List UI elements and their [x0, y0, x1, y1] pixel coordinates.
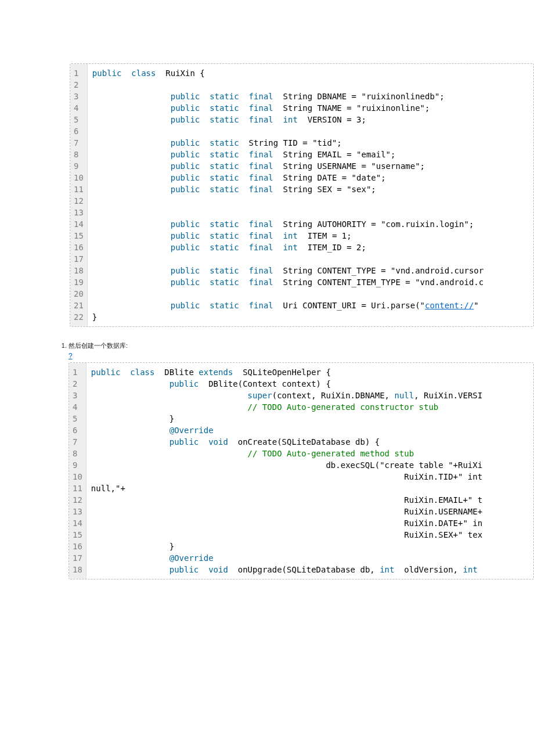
code-line: RuiXin.USERNAME+: [91, 506, 533, 517]
line-number: 16: [70, 541, 85, 552]
code-line: public static final String CONTENT_ITEM_…: [92, 276, 533, 288]
code-line: public static String TID = "tid";: [92, 137, 533, 149]
code-line: public void onCreate(SQLiteDatabase db) …: [91, 436, 533, 448]
line-number: 15: [70, 529, 85, 541]
line-number: 18: [70, 564, 85, 575]
line-number: 11: [71, 183, 86, 195]
line-number: 3: [71, 91, 86, 102]
line-number: 2: [70, 378, 85, 390]
line-number: 11: [70, 483, 85, 494]
code-line: public class RuiXin {: [92, 67, 533, 79]
list-item: 然后创建一个数据库: ? 123456789101112131415161718…: [68, 341, 534, 579]
line-number: 7: [70, 436, 85, 448]
code-line: RuiXin.DATE+" in: [91, 517, 533, 529]
line-number: 19: [71, 276, 86, 288]
code-line: [92, 253, 533, 265]
code-line: super(context, RuiXin.DBNAME, null, RuiX…: [91, 390, 533, 401]
code-line: RuiXin.EMAIL+" t: [91, 494, 533, 506]
line-number: 17: [71, 253, 86, 265]
code-line: public static final String DBNAME = "rui…: [92, 91, 533, 102]
code-line: [92, 207, 533, 218]
line-number: 4: [71, 102, 86, 114]
code-line: @Override: [91, 552, 533, 564]
line-number: 2: [71, 79, 86, 91]
code-line: [92, 125, 533, 137]
code-line: // TODO Auto-generated method stub: [91, 448, 533, 459]
code-line: public static final Uri CONTENT_URI = Ur…: [92, 300, 533, 311]
line-number: 1: [70, 366, 85, 378]
line-number: 4: [70, 401, 85, 413]
line-number: 13: [70, 506, 85, 517]
line-number: 12: [71, 195, 86, 207]
list-item-label: 然后创建一个数据库:: [68, 342, 128, 349]
code-line: [92, 79, 533, 91]
code-line: public class DBlite extends SQLiteOpenHe…: [91, 366, 533, 378]
line-number: 9: [70, 459, 85, 471]
code-line: public static final String TNAME = "ruix…: [92, 102, 533, 114]
code-line: public static final String SEX = "sex";: [92, 183, 533, 195]
line-number: 7: [71, 137, 86, 149]
code-line: public static final String USERNAME = "u…: [92, 160, 533, 172]
code-block-1: 12345678910111213141516171819202122 publ…: [70, 63, 534, 327]
code-line: db.execSQL("create table "+RuiXi: [91, 459, 533, 471]
line-number: 3: [70, 390, 85, 401]
line-gutter: 123456789101112131415161718: [69, 363, 86, 579]
code-line: public static final int ITEM_ID = 2;: [92, 242, 533, 253]
line-number: 21: [71, 300, 86, 311]
line-number: 5: [70, 413, 85, 424]
code-line: [92, 195, 533, 207]
line-number: 5: [71, 114, 86, 125]
code-line: public static final String AUTOHORITY = …: [92, 218, 533, 230]
code-body: public class DBlite extends SQLiteOpenHe…: [86, 363, 533, 579]
numbered-list: 然后创建一个数据库: ? 123456789101112131415161718…: [70, 341, 534, 579]
code-line: public static final String EMAIL = "emai…: [92, 149, 533, 160]
line-number: 10: [71, 172, 86, 183]
code-line: public static final int ITEM = 1;: [92, 230, 533, 242]
help-link[interactable]: ?: [68, 352, 534, 360]
line-number: 6: [70, 424, 85, 436]
code-line: RuiXin.SEX+" tex: [91, 529, 533, 541]
code-line: public static final int VERSION = 3;: [92, 114, 533, 125]
code-block-2: 123456789101112131415161718 public class…: [68, 362, 534, 579]
code-line: public static final String DATE = "date"…: [92, 172, 533, 183]
code-line: null,"+: [91, 483, 533, 494]
line-number: 10: [70, 471, 85, 483]
line-number: 15: [71, 230, 86, 242]
code-line: public static final String CONTENT_TYPE …: [92, 265, 533, 276]
line-number: 14: [71, 218, 86, 230]
code-line: }: [92, 311, 533, 323]
line-number: 22: [71, 311, 86, 323]
line-number: 14: [70, 517, 85, 529]
code-line: RuiXin.TID+" int: [91, 471, 533, 483]
line-number: 8: [71, 149, 86, 160]
code-line: public DBlite(Context context) {: [91, 378, 533, 390]
line-number: 18: [71, 265, 86, 276]
line-number: 12: [70, 494, 85, 506]
line-number: 16: [71, 242, 86, 253]
line-number: 17: [70, 552, 85, 564]
code-line: public void onUpgrade(SQLiteDatabase db,…: [91, 564, 533, 575]
line-number: 6: [71, 125, 86, 137]
line-number: 13: [71, 207, 86, 218]
line-number: 1: [71, 67, 86, 79]
line-number: 8: [70, 448, 85, 459]
code-body: public class RuiXin { public static fina…: [88, 64, 533, 326]
code-line: @Override: [91, 424, 533, 436]
line-number: 9: [71, 160, 86, 172]
line-number: 20: [71, 288, 86, 300]
code-line: [92, 288, 533, 300]
line-gutter: 12345678910111213141516171819202122: [70, 64, 88, 326]
code-line: }: [91, 413, 533, 424]
code-line: }: [91, 541, 533, 552]
code-line: // TODO Auto-generated constructor stub: [91, 401, 533, 413]
